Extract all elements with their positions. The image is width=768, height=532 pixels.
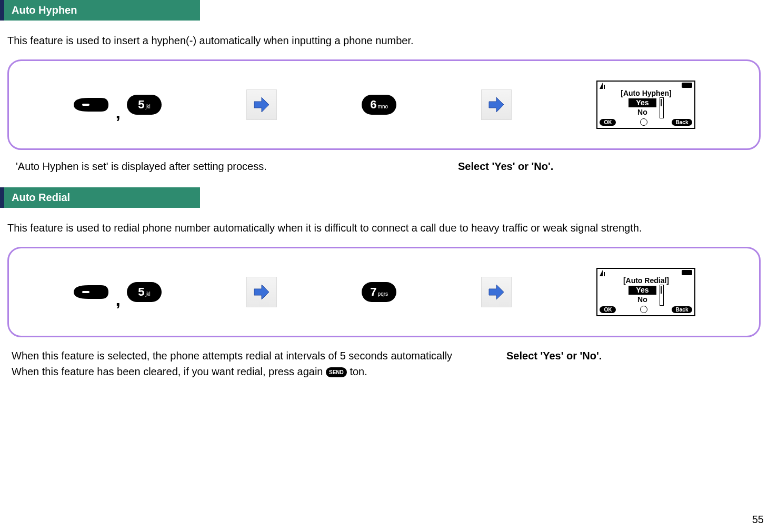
page-number: 55 [752,514,764,526]
arrow-right-icon [246,89,277,120]
svg-rect-1 [604,85,605,89]
arrow-right-icon [246,277,277,307]
phone-screen-hyphen: [Auto Hyphen] Yes No OK Back [596,81,695,129]
caption-line2-pre: When this feature has been cleared, if y… [12,366,326,377]
nav-key-icon [73,95,109,115]
softkey-mid-icon [640,306,647,313]
section-header-auto-redial: Auto Redial [0,187,200,208]
key-group: , 5jkl [73,282,162,303]
steps-panel-redial: , 5jkl 7pqrs [Auto Redial] Yes No [7,247,761,337]
phone-screen-redial: [Auto Redial] Yes No OK Back [596,268,695,316]
arrow-right-icon [481,89,512,120]
battery-icon [682,83,692,88]
softkey-mid-icon [640,118,647,126]
nav-key-icon [73,282,109,302]
caption-left: 'Auto Hyphen is set' is displayed after … [16,160,363,173]
key-digit: 5 [138,282,144,302]
separator-comma: , [116,289,121,310]
key-digit: 6 [370,95,376,115]
caption-block: When this feature is selected, the phone… [12,348,768,379]
caption-row: 'Auto Hyphen is set' is displayed after … [16,160,768,173]
section1-description: This feature is used to insert a hyphen(… [7,33,768,48]
option-no: No [637,108,647,116]
key-letters: mno [378,97,388,117]
screen-title: [Auto Hyphen] [600,89,692,97]
screen-options: Yes No [629,98,656,117]
softkey-back: Back [672,306,693,313]
section-title: Auto Hyphen [12,4,77,16]
signal-icon [600,83,607,89]
key-digit: 7 [370,282,376,302]
softkey-ok: OK [600,306,616,313]
screen-title: [Auto Redial] [600,276,692,285]
option-yes: Yes [629,286,656,295]
section2-description: This feature is used to redial phone num… [7,220,768,235]
separator-comma: , [116,102,121,123]
caption-right: Select 'Yes' or 'No'. [458,160,553,173]
key-7: 7pqrs [362,282,396,302]
svg-rect-2 [82,291,89,293]
key-digit: 5 [138,95,144,115]
arrow-right-icon [481,277,512,307]
caption-line1: When this feature is selected, the phone… [12,348,480,364]
key-group: , 5jkl [73,95,162,115]
screen-options: Yes No [629,286,656,304]
key-letters: jkl [145,284,150,304]
section-header-auto-hyphen: Auto Hyphen [0,0,200,21]
svg-rect-0 [82,104,89,106]
section-title: Auto Redial [12,192,70,203]
key-letters: pqrs [378,284,388,304]
steps-panel-hyphen: , 5jkl 6mno [Auto Hyphen] Yes No [7,59,761,150]
softkey-back: Back [672,119,693,126]
key-6: 6mno [362,95,396,115]
key-letters: jkl [145,97,150,117]
scrollbar-icon [660,285,664,306]
softkey-ok: OK [600,119,616,126]
signal-icon [600,270,607,276]
send-button-icon: SEND [326,367,347,377]
option-no: No [637,295,647,304]
key-5: 5jkl [127,282,162,302]
svg-rect-3 [604,272,605,276]
option-yes: Yes [629,98,656,107]
caption-line2-post: ton. [350,366,367,377]
scrollbar-icon [660,97,664,118]
key-5: 5jkl [127,95,162,115]
caption-right: Select 'Yes' or 'No'. [506,348,602,364]
battery-icon [682,270,692,275]
